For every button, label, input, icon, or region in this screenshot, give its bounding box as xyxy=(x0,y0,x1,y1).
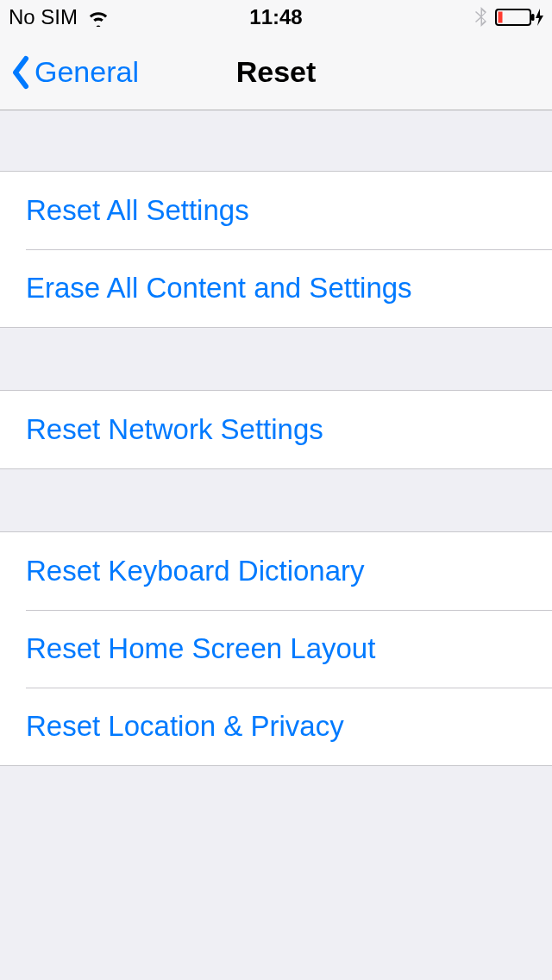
row-label: Reset Network Settings xyxy=(26,413,323,446)
status-left: No SIM xyxy=(9,5,110,29)
carrier-label: No SIM xyxy=(9,5,78,29)
settings-group: Reset Network Settings xyxy=(0,390,552,469)
row-label: Erase All Content and Settings xyxy=(26,272,412,305)
status-time: 11:48 xyxy=(249,5,302,29)
reset-keyboard-dictionary-button[interactable]: Reset Keyboard Dictionary xyxy=(0,532,552,610)
back-button[interactable]: General xyxy=(0,55,139,90)
reset-location-privacy-button[interactable]: Reset Location & Privacy xyxy=(0,688,552,765)
reset-all-settings-button[interactable]: Reset All Settings xyxy=(0,172,552,249)
row-label: Reset All Settings xyxy=(26,194,249,227)
back-label: General xyxy=(34,55,139,89)
svg-rect-1 xyxy=(499,12,503,23)
status-bar: No SIM 11:48 xyxy=(0,0,552,35)
chevron-left-icon xyxy=(10,55,31,90)
reset-home-screen-layout-button[interactable]: Reset Home Screen Layout xyxy=(0,610,552,688)
settings-group: Reset All Settings Erase All Content and… xyxy=(0,171,552,328)
page-title: Reset xyxy=(236,55,317,89)
battery-icon xyxy=(495,7,543,28)
row-label: Reset Keyboard Dictionary xyxy=(26,555,365,587)
row-label: Reset Location & Privacy xyxy=(26,710,344,743)
wifi-icon xyxy=(86,8,110,27)
nav-bar: General Reset xyxy=(0,35,552,110)
svg-rect-2 xyxy=(531,14,535,21)
status-right xyxy=(474,6,543,28)
settings-group: Reset Keyboard Dictionary Reset Home Scr… xyxy=(0,531,552,766)
erase-all-content-button[interactable]: Erase All Content and Settings xyxy=(0,249,552,327)
bluetooth-icon xyxy=(474,6,488,28)
row-label: Reset Home Screen Layout xyxy=(26,632,375,665)
reset-network-settings-button[interactable]: Reset Network Settings xyxy=(0,391,552,468)
